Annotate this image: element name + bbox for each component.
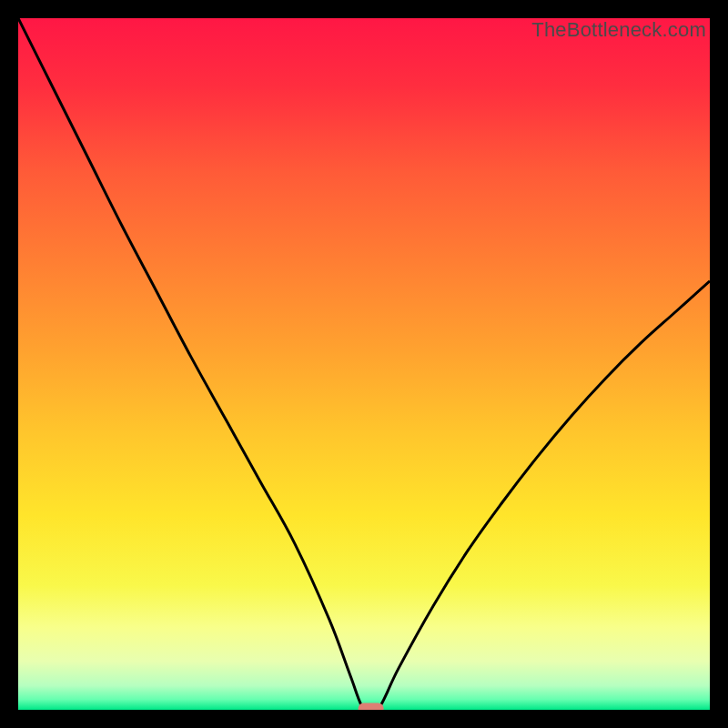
bottleneck-chart bbox=[18, 18, 710, 710]
watermark-text: TheBottleneck.com bbox=[531, 18, 706, 42]
chart-frame: TheBottleneck.com bbox=[18, 18, 710, 710]
optimal-point-marker bbox=[359, 703, 384, 711]
gradient-background bbox=[18, 18, 710, 710]
